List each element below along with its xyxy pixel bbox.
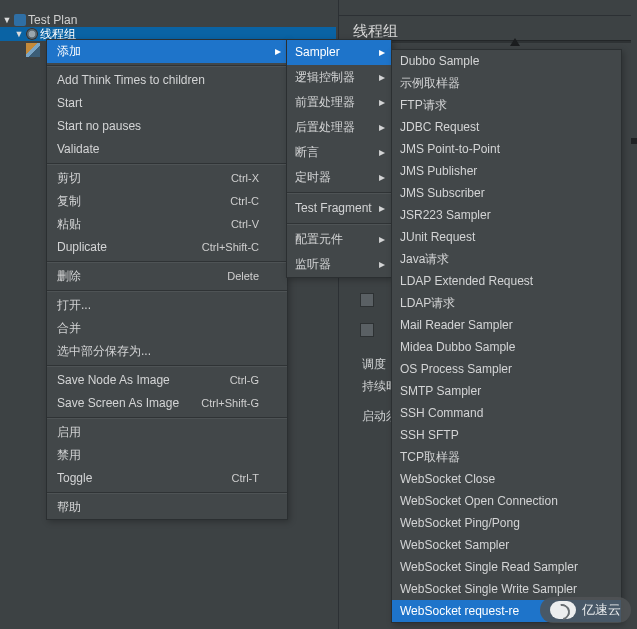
menu-item-toggle[interactable]: ToggleCtrl-T	[47, 467, 287, 490]
menu-item-label: 后置处理器	[295, 120, 355, 134]
submenu-item-config-element[interactable]: 配置元件▸	[287, 227, 391, 252]
menu-item-open[interactable]: 打开...	[47, 294, 287, 317]
menu-item-label: WebSocket Sampler	[400, 538, 509, 552]
menu-item-save-screen-as-image[interactable]: Save Screen As ImageCtrl+Shift-G	[47, 392, 287, 415]
sampler-item[interactable]: LDAP Extended Request	[392, 270, 621, 292]
shortcut: Ctrl-G	[230, 369, 259, 392]
sampler-item[interactable]: LDAP请求	[392, 292, 621, 314]
submenu-item-pre-processor[interactable]: 前置处理器▸	[287, 90, 391, 115]
sampler-item[interactable]: JMS Point-to-Point	[392, 138, 621, 160]
menu-item-start-no-pauses[interactable]: Start no pauses	[47, 115, 287, 138]
sampler-item[interactable]: WebSocket Close	[392, 468, 621, 490]
menu-item-label: 禁用	[57, 448, 81, 462]
menu-item-duplicate[interactable]: DuplicateCtrl+Shift-C	[47, 236, 287, 259]
menu-item-label: Start no pauses	[57, 119, 141, 133]
menu-item-label: Mail Reader Sampler	[400, 318, 513, 332]
menu-item-delete[interactable]: 删除Delete	[47, 265, 287, 288]
menu-separator	[47, 261, 287, 263]
chk2[interactable]	[360, 322, 378, 337]
flask-icon	[14, 14, 26, 26]
menu-item-merge[interactable]: 合并	[47, 317, 287, 340]
sampler-item[interactable]: JMS Subscriber	[392, 182, 621, 204]
sampler-item[interactable]: WebSocket Ping/Pong	[392, 512, 621, 534]
submenu-arrow-icon: ▸	[379, 40, 385, 65]
submenu-item-listener[interactable]: 监听器▸	[287, 252, 391, 277]
menu-item-add-think-times[interactable]: Add Think Times to children	[47, 69, 287, 92]
menu-item-label: WebSocket request-re	[400, 604, 519, 618]
sampler-item[interactable]: JDBC Request	[392, 116, 621, 138]
menu-separator	[287, 223, 391, 225]
right-scrollbar[interactable]	[631, 0, 637, 629]
menu-item-label: WebSocket Open Connection	[400, 494, 558, 508]
scroll-up-indicator-icon	[510, 38, 520, 46]
menu-item-label: JMS Publisher	[400, 164, 477, 178]
menu-item-label: 删除	[57, 269, 81, 283]
menu-item-label: Test Fragment	[295, 201, 372, 215]
menu-item-save-node-as-image[interactable]: Save Node As ImageCtrl-G	[47, 369, 287, 392]
gear-icon	[26, 28, 38, 40]
submenu-arrow-icon: ▸	[379, 65, 385, 90]
pencil-icon	[26, 43, 40, 57]
sampler-item[interactable]: Mail Reader Sampler	[392, 314, 621, 336]
sampler-item[interactable]: TCP取样器	[392, 446, 621, 468]
submenu-arrow-icon: ▸	[275, 40, 281, 63]
menu-item-copy[interactable]: 复制Ctrl-C	[47, 190, 287, 213]
sampler-item[interactable]: Dubbo Sample	[392, 50, 621, 72]
menu-item-cut[interactable]: 剪切Ctrl-X	[47, 167, 287, 190]
menu-item-label: LDAP请求	[400, 296, 455, 310]
sampler-item[interactable]: Midea Dubbo Sample	[392, 336, 621, 358]
menu-item-label: Duplicate	[57, 240, 107, 254]
sampler-item[interactable]: SSH Command	[392, 402, 621, 424]
sampler-item[interactable]: JMS Publisher	[392, 160, 621, 182]
menu-item-disable[interactable]: 禁用	[47, 444, 287, 467]
submenu-arrow-icon: ▸	[379, 227, 385, 252]
menu-item-label: Midea Dubbo Sample	[400, 340, 515, 354]
sampler-item[interactable]: Java请求	[392, 248, 621, 270]
menu-item-enable[interactable]: 启用	[47, 421, 287, 444]
menu-item-label: Dubbo Sample	[400, 54, 479, 68]
submenu-item-logic-controller[interactable]: 逻辑控制器▸	[287, 65, 391, 90]
menu-item-save-selection-as[interactable]: 选中部分保存为...	[47, 340, 287, 363]
expand-icon[interactable]: ▼	[2, 15, 12, 25]
menu-item-label: JMS Subscriber	[400, 186, 485, 200]
submenu-item-assertion[interactable]: 断言▸	[287, 140, 391, 165]
menu-separator	[47, 417, 287, 419]
sampler-item[interactable]: JUnit Request	[392, 226, 621, 248]
menu-item-validate[interactable]: Validate	[47, 138, 287, 161]
sampler-item[interactable]: WebSocket Single Read Sampler	[392, 556, 621, 578]
sampler-item[interactable]: FTP请求	[392, 94, 621, 116]
menu-item-label: Start	[57, 96, 82, 110]
menu-item-label: 粘贴	[57, 217, 81, 231]
chk1[interactable]	[360, 292, 378, 307]
menu-item-label: Sampler	[295, 45, 340, 59]
menu-item-paste[interactable]: 粘贴Ctrl-V	[47, 213, 287, 236]
sampler-item[interactable]: SMTP Sampler	[392, 380, 621, 402]
sampler-item[interactable]: WebSocket Open Connection	[392, 490, 621, 512]
menu-item-add[interactable]: 添加 ▸	[47, 40, 287, 63]
submenu-item-sampler[interactable]: Sampler▸	[287, 40, 391, 65]
scheduler-label: 调度	[362, 356, 386, 373]
menu-item-label: 定时器	[295, 170, 331, 184]
menu-item-start[interactable]: Start	[47, 92, 287, 115]
shortcut: Ctrl+Shift-G	[201, 392, 259, 415]
sampler-item[interactable]: 示例取样器	[392, 72, 621, 94]
submenu-item-timer[interactable]: 定时器▸	[287, 165, 391, 190]
sampler-item[interactable]: SSH SFTP	[392, 424, 621, 446]
submenu-arrow-icon: ▸	[379, 115, 385, 140]
menu-item-label: Validate	[57, 142, 99, 156]
menu-item-label: JDBC Request	[400, 120, 479, 134]
sampler-item[interactable]: JSR223 Sampler	[392, 204, 621, 226]
menu-item-label: 逻辑控制器	[295, 70, 355, 84]
cloud-icon	[550, 601, 576, 619]
sampler-item[interactable]: WebSocket Sampler	[392, 534, 621, 556]
menu-item-label: JMS Point-to-Point	[400, 142, 500, 156]
submenu-item-post-processor[interactable]: 后置处理器▸	[287, 115, 391, 140]
menu-item-help[interactable]: 帮助	[47, 496, 287, 519]
submenu-item-test-fragment[interactable]: Test Fragment▸	[287, 196, 391, 221]
menu-item-label: SSH Command	[400, 406, 483, 420]
shortcut: Ctrl-X	[231, 167, 259, 190]
menu-item-label: 前置处理器	[295, 95, 355, 109]
menu-item-label: 打开...	[57, 298, 91, 312]
sampler-item[interactable]: OS Process Sampler	[392, 358, 621, 380]
expand-icon[interactable]: ▼	[14, 29, 24, 39]
